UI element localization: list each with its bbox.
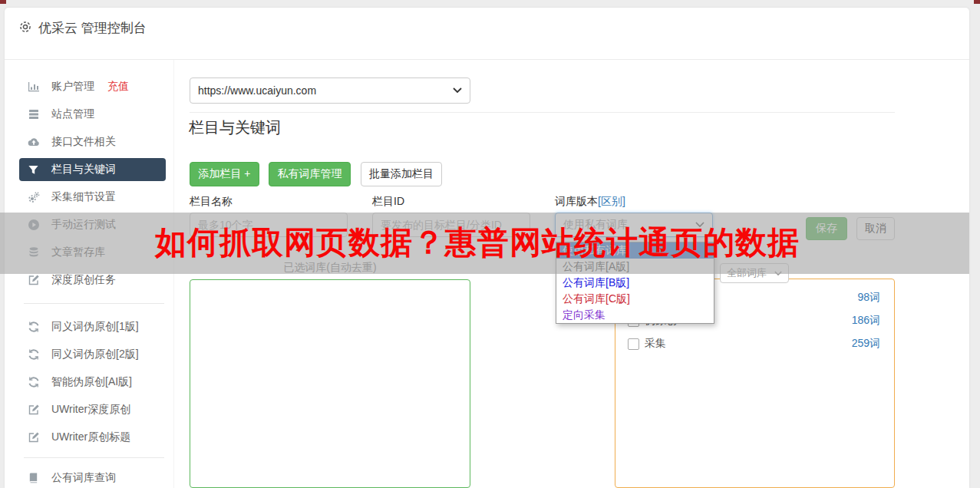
page-title: 栏目与关键词: [189, 117, 281, 138]
app-title: 优采云 管理控制台: [38, 19, 147, 37]
edit-icon: [28, 431, 41, 443]
sidebar-item-label: 站点管理: [51, 107, 94, 121]
sidebar-divider: [24, 303, 164, 304]
sidebar-item-15[interactable]: 公有词库查询: [5, 464, 173, 488]
content-divider: [190, 112, 895, 113]
add-column-button[interactable]: 添加栏目 +: [190, 162, 259, 186]
sidebar-item-label: 智能伪原创[AI版]: [51, 375, 132, 389]
refresh-icon: [28, 321, 41, 333]
private-thesaurus-button[interactable]: 私有词库管理: [269, 162, 351, 186]
sidebar-item-label: UWriter深度原创: [51, 403, 130, 417]
sidebar-item-label: 栏目与关键词: [51, 163, 116, 176]
sidebar-item-label: 采集细节设置: [51, 190, 116, 204]
corner-mark-left: [0, 0, 6, 4]
batch-add-button[interactable]: 批量添加栏目: [361, 162, 442, 186]
header-divider: [5, 59, 969, 60]
chevron-down-icon: [453, 87, 462, 94]
cloud-upload-icon: [28, 136, 41, 148]
sidebar-divider: [24, 457, 164, 458]
word-count: 98词: [857, 291, 880, 305]
gear-icon: [18, 20, 32, 34]
checkbox[interactable]: [628, 338, 639, 350]
bar-chart-icon: [28, 81, 41, 93]
dropdown-option-3[interactable]: 公有词库[C版]: [556, 291, 714, 307]
sidebar-item-10[interactable]: 同义词伪原创[2版]: [5, 341, 173, 368]
sidebar-item-2[interactable]: 接口文件相关: [5, 128, 173, 156]
selected-words-box[interactable]: [190, 279, 470, 488]
sidebar-item-label: 账户管理: [51, 80, 94, 94]
site-url-select[interactable]: https://www.ucaiyun.com: [190, 77, 470, 104]
sidebar-item-3[interactable]: 栏目与关键词: [19, 158, 166, 181]
dropdown-option-4[interactable]: 定向采集: [556, 307, 714, 323]
gears-icon: [28, 191, 41, 203]
funnel-icon: [28, 163, 41, 176]
recharge-badge[interactable]: 充值: [107, 80, 129, 94]
refresh-icon: [28, 348, 41, 361]
sidebar: 账户管理充值站点管理接口文件相关栏目与关键词采集细节设置手动运行测试文章暂存库深…: [5, 68, 173, 488]
sidebar-item-label: 同义词伪原创[2版]: [51, 348, 139, 361]
dropdown-option-2[interactable]: 公有词库[B版]: [556, 275, 714, 291]
column-id-label: 栏目ID: [372, 195, 404, 209]
refresh-icon: [28, 376, 41, 388]
word-count: 259词: [852, 337, 880, 351]
wordlist-row-label: 采集: [645, 337, 852, 351]
edit-icon: [28, 274, 41, 286]
book-icon: [28, 472, 41, 484]
sidebar-item-11[interactable]: 智能伪原创[AI版]: [5, 368, 173, 396]
sidebar-item-label: 同义词伪原创[1版]: [51, 320, 139, 334]
sidebar-item-label: 接口文件相关: [51, 135, 116, 149]
sidebar-item-0[interactable]: 账户管理充值: [5, 73, 173, 101]
sidebar-item-13[interactable]: UWriter原创标题: [5, 424, 173, 451]
column-name-label: 栏目名称: [190, 195, 233, 209]
watermark-text: 如何抓取网页数据？惠普网站统计通页的数据: [155, 223, 800, 262]
corner-mark-right: [974, 0, 980, 4]
sidebar-item-1[interactable]: 站点管理: [5, 101, 173, 128]
edit-icon: [28, 404, 41, 416]
site-url-value: https://www.ucaiyun.com: [198, 84, 316, 97]
sidebar-item-4[interactable]: 采集细节设置: [5, 183, 173, 211]
word-count: 186词: [852, 314, 880, 328]
thesaurus-version-label: 词库版本[区别]: [555, 195, 625, 209]
sidebar-divider-line: [173, 60, 174, 488]
sidebar-item-label: 公有词库查询: [51, 471, 116, 485]
wordlist-row-2: 采集259词: [615, 332, 894, 355]
sidebar-item-label: 深度原创任务: [51, 273, 116, 287]
sidebar-item-12[interactable]: UWriter深度原创: [5, 396, 173, 424]
sidebar-item-label: UWriter原创标题: [51, 430, 130, 444]
page: 优采云 管理控制台 账户管理充值站点管理接口文件相关栏目与关键词采集细节设置手动…: [0, 0, 980, 488]
server-icon: [28, 108, 41, 120]
version-diff-link[interactable]: [区别]: [598, 195, 625, 207]
sidebar-item-9[interactable]: 同义词伪原创[1版]: [5, 313, 173, 341]
